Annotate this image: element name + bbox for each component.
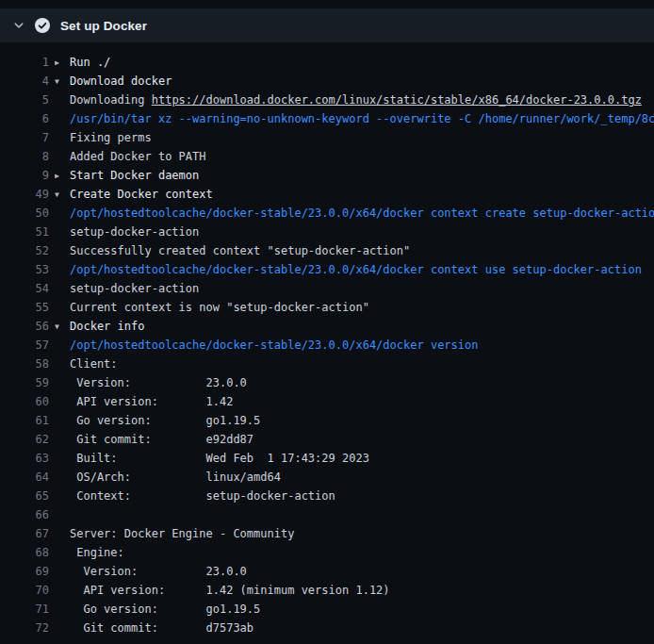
line-number[interactable]: 72 (0, 619, 55, 637)
line-number[interactable]: 6 (0, 109, 55, 128)
log-text: Go version: go1.19.5 (55, 600, 654, 619)
log-text: setup-docker-action (55, 223, 654, 241)
group-title: Start Docker daemon (70, 169, 199, 182)
command-text: /usr/bin/tar xz --warning=no-unknown-key… (55, 109, 654, 128)
line-number[interactable]: 64 (0, 468, 55, 487)
log-line: 5Downloading https://download.docker.com… (0, 91, 654, 109)
line-number[interactable]: 50 (0, 204, 55, 223)
log-line: 63 Built: Wed Feb 1 17:43:29 2023 (0, 449, 654, 468)
log-line: 72 Git commit: d7573ab (0, 619, 654, 637)
group-title: Docker info (70, 320, 144, 333)
chevron-down-icon[interactable] (13, 20, 25, 31)
log-line: 71 Go version: go1.19.5 (0, 600, 654, 619)
command-text: /opt/hostedtoolcache/docker-stable/23.0.… (55, 204, 654, 223)
log-line: 61 Go version: go1.19.5 (0, 411, 654, 430)
line-number[interactable]: 55 (0, 298, 55, 317)
log-line: 67Server: Docker Engine - Community (0, 524, 654, 543)
log-line: 6/usr/bin/tar xz --warning=no-unknown-ke… (0, 109, 654, 128)
log-text: Git commit: e92dd87 (55, 430, 654, 449)
log-line: 64 OS/Arch: linux/amd64 (0, 468, 654, 487)
log-text: Added Docker to PATH (55, 147, 654, 166)
log-line: 53/opt/hostedtoolcache/docker-stable/23.… (0, 260, 654, 279)
log-line: 69 Version: 23.0.0 (0, 562, 654, 581)
log-line: 68 Engine: (0, 543, 654, 562)
line-number[interactable]: 1 (0, 53, 55, 72)
log-text: Successfully created context "setup-dock… (55, 241, 654, 260)
log-group-row[interactable]: 49▼Create Docker context (0, 185, 654, 204)
log-line: 70 API version: 1.42 (minimum version 1.… (0, 581, 654, 600)
log-text: API version: 1.42 (55, 392, 654, 411)
line-number[interactable]: 59 (0, 373, 55, 392)
line-number[interactable]: 63 (0, 449, 55, 468)
log-group-row[interactable]: 4▼Download docker (0, 72, 654, 91)
line-number[interactable]: 62 (0, 430, 55, 449)
line-number[interactable]: 7 (0, 128, 55, 147)
log-line: 58Client: (0, 355, 654, 373)
line-number[interactable]: 8 (0, 147, 55, 166)
line-number[interactable]: 9 (0, 166, 55, 185)
line-number[interactable]: 65 (0, 487, 55, 505)
line-number[interactable]: 58 (0, 355, 55, 373)
group-expanded-icon[interactable]: ▼ (55, 318, 70, 336)
log-line: 7Fixing perms (0, 128, 654, 147)
log-text: Client: (55, 355, 654, 373)
log-text: Server: Docker Engine - Community (55, 524, 654, 543)
log-text: Downloading (70, 93, 152, 107)
log-line: 60 API version: 1.42 (0, 392, 654, 411)
line-number[interactable]: 61 (0, 411, 55, 430)
log-text: Context: setup-docker-action (55, 487, 654, 505)
log-text: API version: 1.42 (minimum version 1.12) (55, 581, 654, 600)
line-number[interactable]: 56 (0, 317, 55, 336)
group-title: Download docker (70, 74, 172, 88)
group-expanded-icon[interactable]: ▼ (55, 73, 70, 91)
line-number[interactable]: 60 (0, 392, 55, 411)
log-line: 65 Context: setup-docker-action (0, 487, 654, 505)
group-collapsed-icon[interactable]: ▶ (55, 54, 70, 72)
log-line: 55Current context is now "setup-docker-a… (0, 298, 654, 317)
log-line: 66 (0, 505, 654, 524)
log-text: setup-docker-action (55, 279, 654, 298)
log-text: Go version: go1.19.5 (55, 411, 654, 430)
group-expanded-icon[interactable]: ▼ (55, 186, 70, 204)
log-text (55, 505, 654, 524)
line-number[interactable]: 67 (0, 524, 55, 543)
status-success-icon (35, 18, 50, 33)
command-text: /opt/hostedtoolcache/docker-stable/23.0.… (55, 336, 654, 355)
line-number[interactable]: 57 (0, 336, 55, 355)
group-title: Run ./ (70, 56, 110, 69)
step-header[interactable]: Set up Docker (0, 8, 654, 42)
line-number[interactable]: 49 (0, 185, 55, 204)
log-link[interactable]: https://download.docker.com/linux/static… (152, 93, 642, 107)
line-number[interactable]: 71 (0, 600, 55, 619)
log-group-row[interactable]: 56▼Docker info (0, 317, 654, 336)
log-line: 59 Version: 23.0.0 (0, 373, 654, 392)
log-line: 52Successfully created context "setup-do… (0, 241, 654, 260)
line-number[interactable]: 68 (0, 543, 55, 562)
line-number[interactable]: 69 (0, 562, 55, 581)
log-group-row[interactable]: 9▶Start Docker daemon (0, 166, 654, 185)
log-text: Version: 23.0.0 (55, 373, 654, 392)
line-number[interactable]: 54 (0, 279, 55, 298)
line-number[interactable]: 51 (0, 223, 55, 241)
line-number[interactable]: 5 (0, 91, 55, 109)
log-line: 51setup-docker-action (0, 223, 654, 241)
step-title: Set up Docker (60, 19, 147, 33)
log-line: 57/opt/hostedtoolcache/docker-stable/23.… (0, 336, 654, 355)
log-line: 50/opt/hostedtoolcache/docker-stable/23.… (0, 204, 654, 223)
command-text: /opt/hostedtoolcache/docker-stable/23.0.… (55, 260, 654, 279)
log-line: 62 Git commit: e92dd87 (0, 430, 654, 449)
log-console: 1▶Run ./4▼Download docker5Downloading ht… (0, 42, 654, 637)
line-number[interactable]: 66 (0, 505, 55, 524)
log-text: Fixing perms (55, 128, 654, 147)
log-text: OS/Arch: linux/amd64 (55, 468, 654, 487)
log-group-row[interactable]: 1▶Run ./ (0, 53, 654, 72)
line-number[interactable]: 52 (0, 241, 55, 260)
log-text: Built: Wed Feb 1 17:43:29 2023 (55, 449, 654, 468)
line-number[interactable]: 4 (0, 72, 55, 91)
log-line: 54setup-docker-action (0, 279, 654, 298)
line-number[interactable]: 70 (0, 581, 55, 600)
group-collapsed-icon[interactable]: ▶ (55, 167, 70, 185)
group-title: Create Docker context (70, 188, 213, 201)
log-line: 8Added Docker to PATH (0, 147, 654, 166)
line-number[interactable]: 53 (0, 260, 55, 279)
